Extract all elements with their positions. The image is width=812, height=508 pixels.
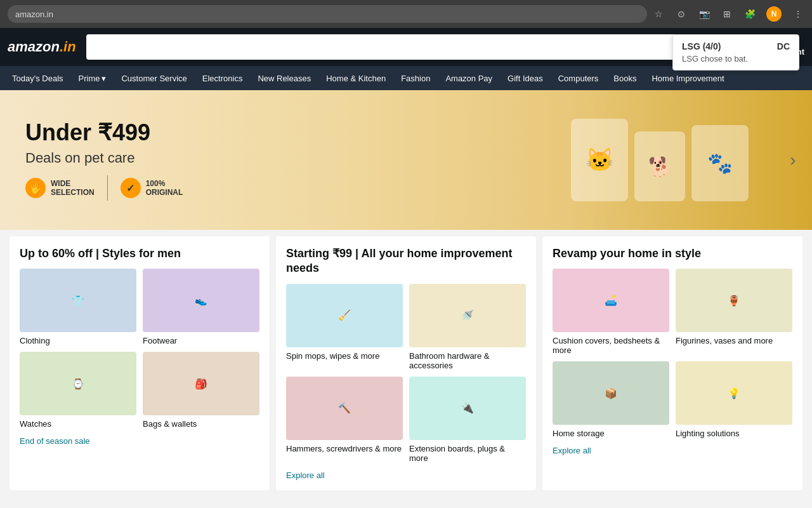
nav-item-books[interactable]: Books xyxy=(606,69,643,88)
nav-item-amazon-pay[interactable]: Amazon Pay xyxy=(438,69,499,88)
nav-item-customer-service[interactable]: Customer Service xyxy=(114,69,193,88)
cushion-label: Cushion covers, bedsheets & more xyxy=(553,336,669,355)
badge-divider xyxy=(107,175,108,201)
product-item-mops[interactable]: 🧹 Spin mops, wipes & more xyxy=(286,284,403,370)
badge-selection-text: WIDE SELECTION xyxy=(51,179,95,197)
hammers-thumb: 🔨 xyxy=(286,377,403,440)
footwear-label: Footwear xyxy=(143,336,259,345)
clothing-label: Clothing xyxy=(20,336,136,345)
product-item-footwear[interactable]: 👟 Footwear xyxy=(143,269,259,345)
section3-explore-link[interactable]: Explore all xyxy=(553,446,792,455)
badge-original-text: 100% ORIGINAL xyxy=(146,179,183,197)
circle-icon[interactable]: ⊙ xyxy=(675,8,688,20)
lighting-label: Lighting solutions xyxy=(676,429,792,438)
lighting-thumb: 💡 xyxy=(676,361,792,425)
section2-product-grid: 🧹 Spin mops, wipes & more 🚿 Bathroom har… xyxy=(286,284,526,463)
hero-badge-selection: 🖐 WIDE SELECTION xyxy=(25,178,95,198)
url-text: amazon.in xyxy=(15,10,53,19)
section-home-revamp: Revamp your home in style 🛋️ Cushion cov… xyxy=(542,236,802,490)
star-icon[interactable]: ☆ xyxy=(652,8,665,20)
product-item-bags[interactable]: 🎒 Bags & wallets xyxy=(143,352,259,429)
clothing-thumb: 👕 xyxy=(20,269,136,332)
mops-label: Spin mops, wipes & more xyxy=(286,351,403,361)
score-tooltip: LSG (4/0) DC LSG chose to bat. xyxy=(672,34,799,70)
url-bar[interactable]: amazon.in xyxy=(8,5,647,23)
nav-item-fashion[interactable]: Fashion xyxy=(394,69,437,88)
extension-thumb: 🔌 xyxy=(409,377,526,440)
hero-title: Under ₹499 xyxy=(25,119,533,146)
bathroom-label: Bathroom hardware & accessories xyxy=(409,351,526,370)
bags-label: Bags & wallets xyxy=(143,419,259,429)
camera-icon[interactable]: 📷 xyxy=(698,8,710,20)
hero-text: Under ₹499 Deals on pet care 🖐 WIDE SELE… xyxy=(25,119,533,201)
apps-icon[interactable]: ⊞ xyxy=(721,8,733,20)
nav-item-home-improvement[interactable]: Home Improvement xyxy=(645,69,731,88)
product-image-2: 🐕 xyxy=(634,131,685,201)
storage-thumb: 📦 xyxy=(553,361,669,425)
section-home-improvement: Starting ₹99 | All your home improvement… xyxy=(276,236,536,490)
nav-item-computers[interactable]: Computers xyxy=(551,69,606,88)
nav-item-new-releases[interactable]: New Releases xyxy=(251,69,318,88)
nav-item-home-kitchen[interactable]: Home & Kitchen xyxy=(319,69,393,88)
menu-icon[interactable]: ⋮ xyxy=(792,8,804,20)
original-icon: ✓ xyxy=(121,178,141,198)
user-avatar[interactable]: N xyxy=(766,6,782,22)
selection-icon: 🖐 xyxy=(25,178,46,198)
nav-item-electronics[interactable]: Electronics xyxy=(195,69,250,88)
section1-title: Up to 60% off | Styles for men xyxy=(20,246,259,261)
section2-explore-link[interactable]: Explore all xyxy=(286,471,526,480)
extension-label: Extension boards, plugs & more xyxy=(409,444,526,463)
hero-banner: Under ₹499 Deals on pet care 🖐 WIDE SELE… xyxy=(0,90,812,230)
browser-icons: ☆ ⊙ 📷 ⊞ 🧩 N ⋮ xyxy=(652,6,804,22)
product-item-cushion[interactable]: 🛋️ Cushion covers, bedsheets & more xyxy=(553,269,669,355)
section3-product-grid: 🛋️ Cushion covers, bedsheets & more 🏺 Fi… xyxy=(553,269,792,438)
watches-label: Watches xyxy=(20,419,136,429)
tooltip-body: LSG chose to bat. xyxy=(682,54,790,64)
product-item-bathroom[interactable]: 🚿 Bathroom hardware & accessories xyxy=(409,284,526,370)
amazon-logo[interactable]: amazon.in xyxy=(8,39,76,55)
product-item-extension[interactable]: 🔌 Extension boards, plugs & more xyxy=(409,377,526,463)
tooltip-header: LSG (4/0) DC xyxy=(682,41,790,51)
product-item-figurines[interactable]: 🏺 Figurines, vases and more xyxy=(676,269,792,355)
figurines-thumb: 🏺 xyxy=(676,269,792,332)
bathroom-thumb: 🚿 xyxy=(409,284,526,347)
hero-subtitle: Deals on pet care xyxy=(25,150,533,166)
product-image-3: 🐾 xyxy=(691,125,749,201)
tooltip-title: LSG (4/0) xyxy=(682,41,721,51)
product-item-storage[interactable]: 📦 Home storage xyxy=(553,361,669,438)
figurines-label: Figurines, vases and more xyxy=(676,336,792,345)
section-men-styles: Up to 60% off | Styles for men 👕 Clothin… xyxy=(10,236,270,490)
storage-label: Home storage xyxy=(553,429,669,438)
sections-row: Up to 60% off | Styles for men 👕 Clothin… xyxy=(0,230,812,490)
browser-chrome: amazon.in ☆ ⊙ 📷 ⊞ 🧩 N ⋮ xyxy=(0,0,812,28)
prime-arrow-icon: ▾ xyxy=(102,74,106,83)
section2-title: Starting ₹99 | All your home improvement… xyxy=(286,246,526,276)
hammers-label: Hammers, screwdrivers & more xyxy=(286,444,403,453)
watches-thumb: ⌚ xyxy=(20,352,136,415)
nav-item-gift-ideas[interactable]: Gift Ideas xyxy=(501,69,550,88)
nav-item-prime[interactable]: Prime ▾ xyxy=(72,69,114,88)
search-bar xyxy=(86,34,706,60)
search-input[interactable] xyxy=(86,34,676,60)
tooltip-dc: DC xyxy=(777,41,790,51)
extensions-icon[interactable]: 🧩 xyxy=(743,8,756,20)
hero-badges: 🖐 WIDE SELECTION ✓ 100% ORIGINAL xyxy=(25,175,533,201)
nav-item-todays-deals[interactable]: Today's Deals xyxy=(5,69,70,88)
mops-thumb: 🧹 xyxy=(286,284,403,347)
hero-image-area: 🐱 🐕 🐾 xyxy=(533,119,787,201)
product-item-clothing[interactable]: 👕 Clothing xyxy=(20,269,136,345)
footwear-thumb: 👟 xyxy=(143,269,259,332)
product-item-lighting[interactable]: 💡 Lighting solutions xyxy=(676,361,792,438)
section1-product-grid: 👕 Clothing 👟 Footwear ⌚ Watches 🎒 Bags &… xyxy=(20,269,259,429)
hero-badge-original: ✓ 100% ORIGINAL xyxy=(121,178,183,198)
product-item-hammers[interactable]: 🔨 Hammers, screwdrivers & more xyxy=(286,377,403,463)
section1-explore-link[interactable]: End of season sale xyxy=(20,436,259,446)
hero-next-button[interactable]: › xyxy=(780,147,806,173)
bags-thumb: 🎒 xyxy=(143,352,259,415)
product-item-watches[interactable]: ⌚ Watches xyxy=(20,352,136,429)
section3-title: Revamp your home in style xyxy=(553,246,792,261)
cushion-thumb: 🛋️ xyxy=(553,269,669,332)
product-image-1: 🐱 xyxy=(571,119,628,201)
